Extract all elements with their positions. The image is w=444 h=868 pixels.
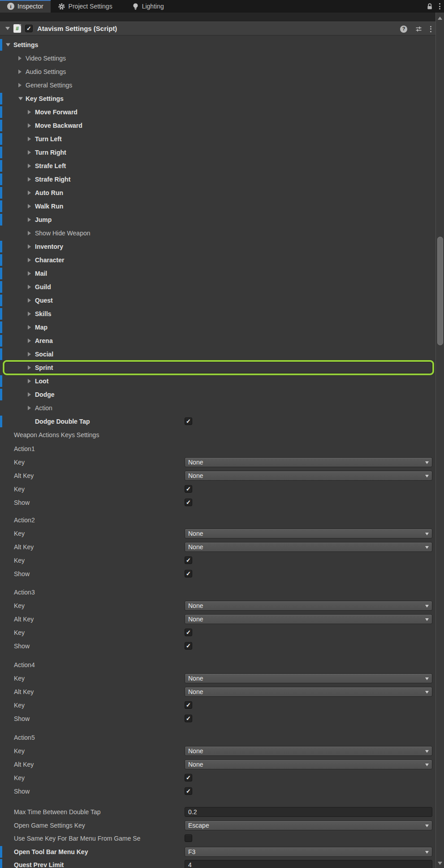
scrollbar-thumb[interactable] xyxy=(437,237,443,345)
tree-item-key-settings[interactable]: Key Settings xyxy=(0,92,435,105)
tree-item-settings[interactable]: Settings xyxy=(0,38,435,52)
action4-show-checkbox-row[interactable]: Show xyxy=(0,712,435,725)
tree-item-strafe-right[interactable]: Strafe Right xyxy=(0,173,435,186)
override-bar xyxy=(0,348,2,360)
tree-item-dodge-double-tap-checkbox[interactable]: ✓ xyxy=(185,417,192,425)
action1-key-dropdown[interactable]: None xyxy=(185,457,432,467)
tree-item-jump[interactable]: Jump xyxy=(0,213,435,226)
action3-key-checkbox[interactable]: ✓ xyxy=(185,629,192,636)
component-header[interactable]: # ✓ Atavism Settings (Script) ? xyxy=(0,22,444,35)
action-group-4[interactable]: Action4 xyxy=(0,658,435,672)
tab-inspector[interactable]: i Inspector xyxy=(0,0,51,13)
action3-show-checkbox-row[interactable]: Show xyxy=(0,639,435,653)
tree-item-show-hide-weapon[interactable]: Show Hide Weapon xyxy=(0,226,435,240)
tree-item-map[interactable]: Map xyxy=(0,321,435,334)
tree-item-skills[interactable]: Skills xyxy=(0,307,435,321)
action-group-2[interactable]: Action2 xyxy=(0,513,435,527)
component-foldout-icon[interactable] xyxy=(5,27,10,30)
action5-show-checkbox[interactable]: ✓ xyxy=(185,787,192,795)
action5-key-dropdown[interactable]: None xyxy=(185,746,432,756)
tree-item-move-backward[interactable]: Move Backward xyxy=(0,119,435,132)
action2-show-checkbox-row[interactable]: Show xyxy=(0,567,435,581)
action-group-5[interactable]: Action5 xyxy=(0,731,435,744)
component-enabled-checkbox[interactable]: ✓ xyxy=(25,25,33,32)
tree-item-loot[interactable]: Loot xyxy=(0,374,435,388)
tree-item-inventory[interactable]: Inventory xyxy=(0,240,435,253)
action2-key-dropdown[interactable]: None xyxy=(185,529,432,538)
tree-item-quest[interactable]: Quest xyxy=(0,294,435,307)
setting-open-tool-bar-menu-key-dropdown[interactable]: F3 xyxy=(185,847,432,857)
tree-item-arena[interactable]: Arena xyxy=(0,334,435,347)
tree-item-mail[interactable]: Mail xyxy=(0,267,435,280)
action4-show-checkbox[interactable]: ✓ xyxy=(185,715,192,722)
unity-inspector-panel: i Inspector Project Settings Lighting xyxy=(0,0,444,868)
setting-use-same-key-for-bar-menu-from-game-se[interactable]: Use Same Key For Bar Menu From Game Se xyxy=(0,832,435,845)
action4-alt-key-dropdown[interactable]: None xyxy=(185,687,432,697)
scroll-up-icon[interactable] xyxy=(438,17,442,20)
tree-item-weapon-actions-keys-settings[interactable]: Weapon Actions Keys Settings xyxy=(0,428,435,442)
action4-key-checkbox-row[interactable]: Key xyxy=(0,699,435,712)
tree-item-quest-label: Quest xyxy=(35,294,53,307)
action3-alt-key-dropdown[interactable]: None xyxy=(185,614,432,624)
tree-item-character[interactable]: Character xyxy=(0,253,435,267)
setting-quest-prev-limit-text[interactable]: 4 xyxy=(185,860,432,868)
action3-show-checkbox[interactable]: ✓ xyxy=(185,642,192,650)
override-bar xyxy=(0,200,2,212)
action4-key-checkbox[interactable]: ✓ xyxy=(185,701,192,709)
tree-item-social[interactable]: Social xyxy=(0,347,435,361)
action3-key-checkbox-row[interactable]: Key xyxy=(0,626,435,639)
tree-item-dodge[interactable]: Dodge xyxy=(0,388,435,401)
action1-show-checkbox[interactable]: ✓ xyxy=(185,499,192,506)
action5-alt-key-dropdown[interactable]: None xyxy=(185,760,432,769)
tree-item-dodge-double-tap[interactable]: Dodge Double Tap xyxy=(0,415,435,428)
presets-icon[interactable] xyxy=(415,25,422,33)
setting-use-same-key-for-bar-menu-from-game-se-checkbox[interactable] xyxy=(185,834,192,842)
tab-lighting[interactable]: Lighting xyxy=(125,0,171,13)
action1-key-checkbox-row[interactable]: Key xyxy=(0,482,435,496)
action1-show-checkbox-row[interactable]: Show xyxy=(0,496,435,509)
action2-show-checkbox[interactable]: ✓ xyxy=(185,570,192,577)
action2-alt-key-dropdown[interactable]: None xyxy=(185,542,432,552)
tree-item-turn-right[interactable]: Turn Right xyxy=(0,146,435,159)
foldout-collapsed-icon xyxy=(28,379,31,383)
lock-icon[interactable] xyxy=(427,3,433,10)
scroll-down-icon[interactable] xyxy=(438,862,442,865)
override-bar xyxy=(0,859,2,868)
override-bar xyxy=(0,321,2,333)
action2-show-checkbox-row-label: Show xyxy=(14,567,30,581)
tree-item-guild[interactable]: Guild xyxy=(0,280,435,294)
tree-item-move-forward[interactable]: Move Forward xyxy=(0,105,435,119)
tree-item-video-settings[interactable]: Video Settings xyxy=(0,52,435,65)
tab-lighting-label: Lighting xyxy=(142,3,164,10)
action2-key-checkbox-row[interactable]: Key xyxy=(0,554,435,567)
action-group-3[interactable]: Action3 xyxy=(0,586,435,599)
setting-max-time-between-double-tap-text[interactable]: 0.2 xyxy=(185,807,432,817)
action3-key-dropdown[interactable]: None xyxy=(185,601,432,611)
tree-item-turn-left[interactable]: Turn Left xyxy=(0,132,435,146)
tab-project-settings[interactable]: Project Settings xyxy=(51,0,120,13)
tree-item-dodge-label: Dodge xyxy=(35,388,55,401)
action4-key-dropdown[interactable]: None xyxy=(185,673,432,683)
vertical-scrollbar[interactable] xyxy=(435,13,444,868)
component-more-icon[interactable] xyxy=(430,26,431,32)
tree-item-auto-run[interactable]: Auto Run xyxy=(0,186,435,200)
tree-item-audio-settings[interactable]: Audio Settings xyxy=(0,65,435,78)
action5-key-checkbox-row[interactable]: Key xyxy=(0,771,435,785)
override-bar xyxy=(0,846,2,858)
action5-key-checkbox[interactable]: ✓ xyxy=(185,774,192,781)
tree-item-action[interactable]: Action xyxy=(0,401,435,415)
help-icon[interactable]: ? xyxy=(400,26,407,33)
tree-item-strafe-left[interactable]: Strafe Left xyxy=(0,159,435,173)
action-group-1[interactable]: Action1 xyxy=(0,442,435,456)
action1-alt-key-dropdown[interactable]: None xyxy=(185,471,432,481)
setting-max-time-between-double-tap-label: Max Time Between Double Tap xyxy=(14,805,101,819)
action5-show-checkbox-row[interactable]: Show xyxy=(0,785,435,798)
action2-key-checkbox[interactable]: ✓ xyxy=(185,556,192,564)
tree-item-general-settings[interactable]: General Settings xyxy=(0,78,435,92)
override-bar xyxy=(0,106,2,118)
more-menu-icon[interactable] xyxy=(439,3,440,9)
tree-item-walk-run[interactable]: Walk Run xyxy=(0,200,435,213)
setting-open-game-settings-key-dropdown[interactable]: Escape xyxy=(185,820,432,830)
tab-inspector-label: Inspector xyxy=(17,3,43,10)
action1-key-checkbox[interactable]: ✓ xyxy=(185,485,192,493)
